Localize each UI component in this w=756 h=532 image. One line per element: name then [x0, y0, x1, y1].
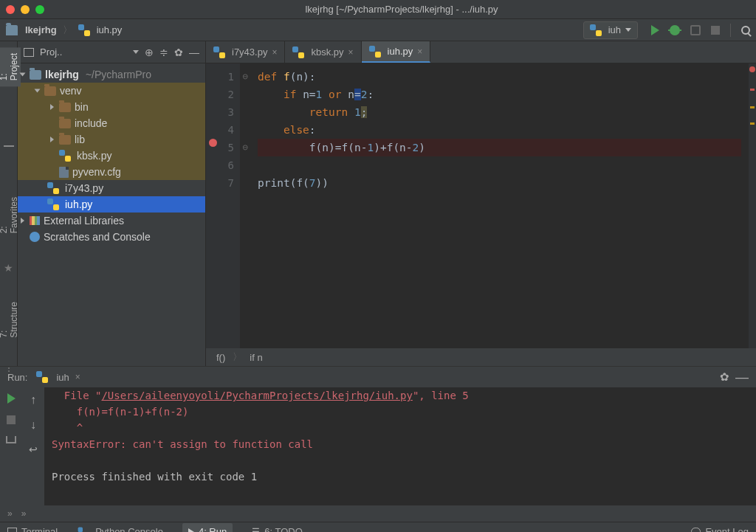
rail-favorites[interactable]: 2: Favorites	[0, 191, 21, 239]
up-icon[interactable]: ↑	[30, 393, 36, 407]
stop-button[interactable]	[711, 26, 720, 35]
chevron-right-icon[interactable]	[50, 137, 54, 142]
tree-scratches[interactable]: Scratches and Console	[18, 229, 205, 245]
tree-ext-libs[interactable]: External Libraries	[18, 213, 205, 229]
close-icon[interactable]	[6, 5, 15, 14]
run-toolbar-left	[0, 387, 22, 505]
debug-button[interactable]	[670, 25, 680, 35]
tree-venv[interactable]: venv	[18, 83, 205, 99]
target-icon[interactable]: ⊕	[145, 46, 154, 58]
error-summary-icon[interactable]	[749, 66, 755, 72]
gutter[interactable]: 1234 5 67	[206, 63, 240, 348]
run-config-name[interactable]: iuh	[56, 372, 69, 383]
down-icon[interactable]: ↓	[30, 418, 36, 432]
tree-lib[interactable]: lib	[18, 131, 205, 148]
breadcrumb-file[interactable]: iuh.py	[97, 24, 123, 35]
tree-i7y43[interactable]: i7y43.py	[18, 180, 205, 196]
expand-icon[interactable]: »	[7, 508, 13, 519]
warning-mark[interactable]	[750, 122, 755, 125]
breadcrumb-sep: 〉	[63, 24, 72, 37]
run-button[interactable]	[651, 25, 659, 35]
tree-root[interactable]: lkejrhg ~/PycharmPro	[18, 66, 205, 83]
run-panel: Run: iuh × ✿ — ↑ ↓ ↩ File "/Users/aileen…	[0, 366, 756, 522]
python-icon	[590, 24, 602, 36]
window-title: lkejrhg [~/PycharmProjects/lkejrhg] - ..…	[53, 4, 750, 15]
chevron-right-icon[interactable]	[50, 104, 54, 110]
window-controls	[6, 5, 44, 14]
stop-button[interactable]	[7, 415, 16, 424]
folder-icon	[6, 25, 18, 35]
layout-icon[interactable]	[6, 436, 16, 443]
chevron-down-icon	[625, 28, 631, 32]
run-config-dropdown[interactable]: iuh	[583, 21, 638, 39]
project-tree: lkejrhg ~/PycharmPro venv bin include li…	[18, 63, 205, 366]
gear-icon[interactable]: ✿	[720, 370, 729, 384]
close-icon[interactable]: ×	[75, 372, 80, 382]
tree-pyvenv[interactable]: pyvenv.cfg	[18, 164, 205, 180]
tab-iuh[interactable]: iuh.py ×	[362, 41, 431, 63]
hide-icon[interactable]: —	[189, 46, 199, 58]
gear-icon[interactable]: ✿	[174, 46, 183, 58]
breakpoint-icon[interactable]	[209, 139, 217, 147]
rail-icon[interactable]	[4, 145, 14, 147]
python-icon	[78, 24, 90, 36]
python-icon	[36, 371, 48, 383]
list-icon: ☰	[252, 527, 260, 533]
titlebar: lkejrhg [~/PycharmProjects/lkejrhg] - ..…	[0, 0, 756, 19]
bubble-icon	[691, 528, 701, 532]
tab-kbsk[interactable]: kbsk.py ×	[285, 41, 361, 63]
tree-include[interactable]: include	[18, 115, 205, 131]
chevron-down-icon[interactable]	[133, 50, 139, 54]
project-view-icon	[24, 48, 34, 57]
rerun-button[interactable]	[7, 393, 16, 404]
project-panel: Proj.. ⊕ ≑ ✿ — lkejrhg ~/PycharmPro venv	[18, 41, 206, 366]
chevron-right-icon[interactable]	[21, 218, 24, 224]
rail-structure[interactable]: 7: Structure	[0, 296, 21, 344]
rail-project[interactable]: 1: Project	[0, 47, 21, 86]
python-icon	[213, 46, 225, 58]
tab-python-console[interactable]: Python Console	[77, 526, 163, 533]
close-icon[interactable]: ×	[417, 46, 422, 57]
editor-tabs: i7y43.py × kbsk.py × iuh.py ×	[206, 41, 756, 63]
close-icon[interactable]: ×	[272, 47, 277, 58]
fold-gutter[interactable]: ⊖⊖	[240, 63, 250, 348]
python-icon	[47, 198, 59, 210]
error-mark[interactable]	[750, 89, 755, 91]
folder-icon	[30, 70, 41, 80]
tab-run[interactable]: 4: Run	[182, 523, 233, 532]
console-output[interactable]: File "/Users/aileenyoyoli/PycharmProject…	[44, 387, 756, 505]
expand-icon[interactable]: »	[21, 508, 27, 519]
editor-breadcrumb[interactable]: f() 〉 if n	[206, 348, 756, 366]
scratches-icon	[30, 232, 40, 242]
project-panel-title[interactable]: Proj..	[40, 46, 127, 58]
tab-event-log[interactable]: Event Log	[691, 526, 749, 532]
chevron-down-icon[interactable]	[20, 73, 26, 77]
tree-bin[interactable]: bin	[18, 99, 205, 115]
search-button[interactable]	[741, 26, 750, 35]
minimize-icon[interactable]	[21, 5, 30, 14]
collapse-icon[interactable]: ≑	[159, 46, 168, 58]
run-coverage-button[interactable]	[690, 25, 701, 35]
project-panel-header: Proj.. ⊕ ≑ ✿ —	[18, 41, 205, 63]
hide-icon[interactable]: —	[735, 370, 749, 385]
warning-mark[interactable]	[750, 106, 755, 108]
tab-terminal[interactable]: Terminal	[7, 526, 58, 532]
python-icon	[59, 150, 71, 162]
play-icon	[188, 528, 194, 533]
tree-iuh[interactable]: iuh.py	[18, 196, 205, 213]
editor: i7y43.py × kbsk.py × iuh.py × 1234 5 67 …	[206, 41, 756, 366]
code-area[interactable]: 1234 5 67 ⊖⊖ def f(n): if n=1 or n=2: re…	[206, 63, 756, 348]
libraries-icon	[30, 216, 40, 225]
error-stripe[interactable]	[749, 63, 756, 348]
breadcrumb-project[interactable]: lkejrhg	[25, 24, 57, 35]
tree-kbsk[interactable]: kbsk.py	[18, 148, 205, 164]
chevron-down-icon[interactable]	[35, 89, 41, 93]
wrap-icon[interactable]: ↩	[29, 443, 38, 455]
close-icon[interactable]: ×	[348, 47, 354, 58]
code-text[interactable]: def f(n): if n=1 or n=2: return 1; else:…	[250, 63, 749, 348]
maximize-icon[interactable]	[35, 5, 44, 14]
tab-i7y43[interactable]: i7y43.py ×	[206, 41, 285, 63]
python-icon	[292, 46, 304, 58]
folder-icon	[59, 103, 71, 112]
tab-todo[interactable]: ☰ 6: TODO	[252, 526, 303, 532]
